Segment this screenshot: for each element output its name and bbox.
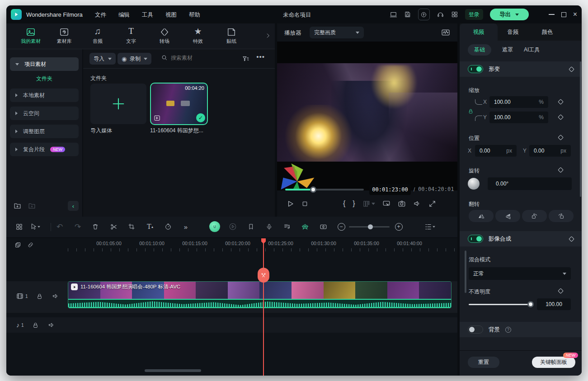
duplicate-icon[interactable] xyxy=(14,242,21,248)
play-button[interactable] xyxy=(286,200,295,208)
timeline-layout-icon[interactable] xyxy=(14,221,24,232)
menu-edit[interactable]: 编辑 xyxy=(118,11,130,19)
marker-button[interactable] xyxy=(245,221,256,232)
background-toggle[interactable] xyxy=(468,325,483,334)
horizontal-scrollbar[interactable] xyxy=(145,369,201,372)
seek-bar[interactable] xyxy=(285,189,364,190)
tab-effects[interactable]: ★ 特效 xyxy=(183,26,212,45)
stop-button[interactable] xyxy=(301,200,309,208)
cloud-upload-button[interactable] xyxy=(418,9,430,20)
sidebar-folder-link[interactable]: 文件夹 xyxy=(6,75,82,83)
position-x-input[interactable]: 0.00 px xyxy=(475,145,517,157)
device-icon[interactable] xyxy=(390,11,397,19)
ai-avatar-button[interactable] xyxy=(209,221,220,232)
current-timecode[interactable]: 00:01:23:00 xyxy=(369,184,411,195)
delete-folder-icon[interactable] xyxy=(28,202,36,209)
opacity-input[interactable]: 100.00 xyxy=(537,298,571,310)
subtab-basic[interactable]: 基础 xyxy=(468,44,491,56)
playhead-split-badge[interactable] xyxy=(258,268,269,283)
login-button[interactable]: 登录 xyxy=(465,9,483,20)
new-folder-icon[interactable] xyxy=(14,202,21,209)
preview-layout-button[interactable] xyxy=(362,200,375,208)
keyframe-panel-button[interactable]: 关键帧面板 NEW xyxy=(532,357,575,368)
scale-x-input[interactable]: 100.00 % xyxy=(489,96,548,108)
track-mute-icon[interactable] xyxy=(52,293,59,300)
scale-y-keyframe-icon[interactable] xyxy=(558,114,564,120)
opacity-slider[interactable] xyxy=(469,304,531,305)
tab-video[interactable]: 视频 xyxy=(460,23,498,41)
tab-my-media[interactable]: 我的素材 xyxy=(16,26,45,45)
detach-display-icon[interactable] xyxy=(382,200,390,208)
mark-in-button[interactable]: { xyxy=(343,200,345,208)
media-clip-card[interactable]: 00:04:20 ✓ xyxy=(150,83,208,125)
help-icon[interactable]: ? xyxy=(505,327,511,333)
sidebar-item-compound-clip[interactable]: 复合片段 NEW xyxy=(10,143,79,156)
rotate-cw-button[interactable] xyxy=(549,210,574,222)
menu-tools[interactable]: 工具 xyxy=(142,11,153,19)
flip-horizontal-button[interactable] xyxy=(469,210,494,222)
track-lock-icon[interactable] xyxy=(32,322,39,329)
headset-icon[interactable] xyxy=(437,11,444,19)
export-button[interactable]: 导出 xyxy=(490,9,529,20)
tab-audio[interactable]: 音频 xyxy=(494,23,532,41)
expand-tabs-icon[interactable] xyxy=(265,33,271,39)
tab-stock-media[interactable]: 素材库 xyxy=(50,26,79,45)
quality-dropdown[interactable]: 完整画质 xyxy=(310,27,364,38)
preview-render-button[interactable] xyxy=(227,221,238,232)
tab-text[interactable]: T 文字 xyxy=(117,26,146,45)
opacity-keyframe-icon[interactable] xyxy=(558,288,564,294)
menu-file[interactable]: 文件 xyxy=(95,11,106,19)
undo-button[interactable]: ↶ xyxy=(54,221,65,232)
transform-toggle[interactable] xyxy=(468,65,483,73)
mark-out-button[interactable]: } xyxy=(353,200,355,208)
blend-mode-select[interactable]: 正常 xyxy=(469,267,571,280)
menu-view[interactable]: 视图 xyxy=(165,11,177,19)
position-y-input[interactable]: 0.00 px xyxy=(529,145,571,157)
tab-color[interactable]: 颜色 xyxy=(528,23,566,41)
filter-icon[interactable] xyxy=(242,55,249,63)
subtab-mask[interactable]: 遮罩 xyxy=(502,46,513,54)
import-media-card[interactable] xyxy=(90,84,146,124)
tab-stickers[interactable]: 贴纸 xyxy=(217,26,246,45)
text-tool-button[interactable]: T▴ xyxy=(145,221,155,232)
close-button[interactable]: × xyxy=(573,11,577,18)
fullscreen-icon[interactable] xyxy=(428,200,436,208)
zoom-slider-handle[interactable] xyxy=(368,224,373,229)
zoom-out-button[interactable]: − xyxy=(336,221,347,232)
crop-button[interactable] xyxy=(126,221,137,232)
save-icon[interactable] xyxy=(404,11,411,18)
split-button[interactable] xyxy=(108,221,119,232)
render-preview-icon[interactable] xyxy=(441,29,450,36)
flip-vertical-button[interactable] xyxy=(495,210,520,222)
menu-help[interactable]: 帮助 xyxy=(189,11,200,19)
sidebar-item-local-media[interactable]: 本地素材 xyxy=(10,88,79,102)
maximize-button[interactable] xyxy=(561,12,566,17)
track-mute-icon[interactable] xyxy=(48,321,55,329)
playhead-line[interactable] xyxy=(263,238,264,376)
tab-transitions[interactable]: 转场 xyxy=(150,26,179,45)
search-input[interactable] xyxy=(171,55,230,61)
delete-button[interactable] xyxy=(90,221,101,232)
more-tools-icon[interactable]: » xyxy=(180,221,191,232)
compositing-toggle[interactable] xyxy=(468,235,483,243)
link-icon[interactable] xyxy=(27,242,34,248)
transform-keyframe-icon[interactable] xyxy=(569,66,574,72)
rotate-ccw-button[interactable] xyxy=(522,210,547,222)
rotate-dial[interactable] xyxy=(468,178,480,190)
speed-button[interactable] xyxy=(163,221,174,232)
audio-mixer-button[interactable] xyxy=(282,221,292,232)
collapse-sidebar-button[interactable]: ‹ xyxy=(68,201,79,211)
scale-lock-icon[interactable] xyxy=(468,108,474,114)
compositing-keyframe-icon[interactable] xyxy=(569,236,574,242)
timeline-zoom-slider[interactable] xyxy=(349,226,390,228)
scale-y-input[interactable]: 100.00 % xyxy=(489,112,548,123)
record-dropdown[interactable]: ◉ 录制 xyxy=(118,53,151,65)
rotate-input[interactable]: 0.00° xyxy=(488,177,572,190)
position-keyframe-icon[interactable] xyxy=(558,135,564,140)
workspace-icon[interactable] xyxy=(451,11,458,18)
select-tool[interactable] xyxy=(28,221,42,232)
redo-button[interactable]: ↷ xyxy=(72,221,83,232)
snapshot-camera-icon[interactable] xyxy=(398,200,406,208)
reset-button[interactable]: 重置 xyxy=(468,357,499,368)
volume-icon[interactable] xyxy=(413,200,421,208)
